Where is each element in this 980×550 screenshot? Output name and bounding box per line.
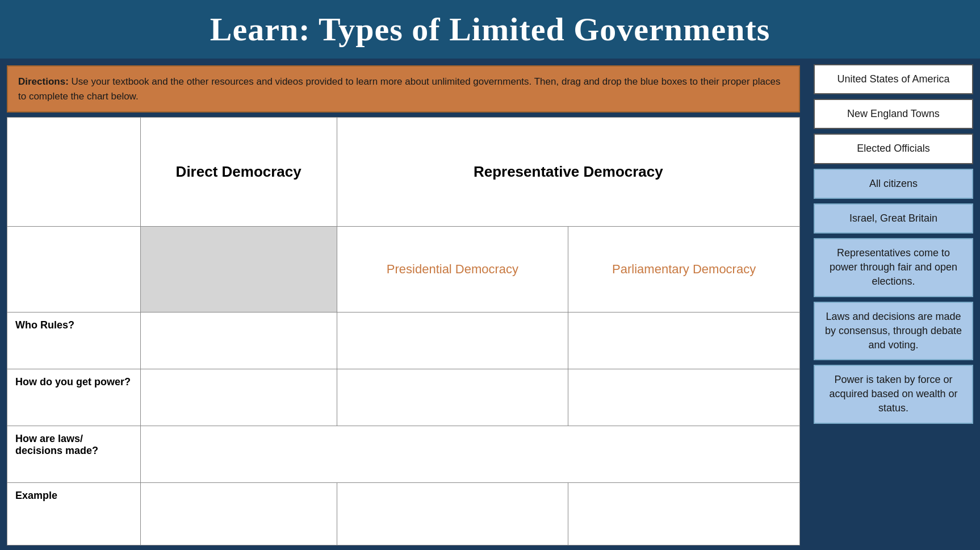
drag-item-united-states-text: United States of America [837, 73, 949, 85]
directions-box: Directions: Use your textbook and the ot… [7, 65, 800, 113]
how-power-label: How do you get power? [7, 369, 141, 426]
sidebar: United States of America New England Tow… [807, 59, 980, 550]
example-pres[interactable] [337, 483, 568, 545]
header-rep-cell: Representative Democracy [337, 118, 799, 227]
slide-container: Learn: Types of Limited Governments Dire… [0, 0, 980, 550]
who-rules-pres[interactable] [337, 312, 568, 369]
subheader-empty [7, 227, 141, 312]
rep-democracy-label: Representative Democracy [474, 163, 663, 180]
main-table: Direct Democracy Representative Democrac… [7, 117, 800, 545]
who-rules-row: Who Rules? [7, 312, 800, 369]
who-rules-label: Who Rules? [7, 312, 141, 369]
subheader-pres-cell: Presidential Democracy [337, 227, 568, 312]
directions-text: Use your textbook and the other resource… [18, 76, 781, 102]
direct-democracy-label: Direct Democracy [176, 163, 301, 180]
drag-item-new-england-text: New England Towns [847, 108, 940, 119]
table-wrapper: Direct Democracy Representative Democrac… [7, 117, 800, 545]
example-label: Example [7, 483, 141, 545]
how-power-direct[interactable] [140, 369, 337, 426]
drag-item-elected-officials[interactable]: Elected Officials [814, 134, 973, 164]
how-laws-row: How are laws/ decisions made? [7, 426, 800, 483]
drag-item-power-taken-text: Power is taken by force or acquired base… [829, 374, 957, 414]
drag-item-all-citizens-text: All citizens [869, 178, 918, 189]
drag-item-new-england[interactable]: New England Towns [814, 99, 973, 129]
drag-item-israel-great-britain-text: Israel, Great Britain [849, 213, 937, 224]
example-direct[interactable] [140, 483, 337, 545]
subheader-direct [140, 227, 337, 312]
drag-item-israel-great-britain[interactable]: Israel, Great Britain [814, 203, 973, 234]
how-power-row: How do you get power? [7, 369, 800, 426]
subheader-row: Presidential Democracy Parliamentary Dem… [7, 227, 800, 312]
main-content: Directions: Use your textbook and the ot… [0, 59, 807, 550]
how-laws-label: How are laws/ decisions made? [7, 426, 141, 483]
drag-item-laws-decisions-text: Laws and decisions are made by consensus… [825, 311, 962, 351]
how-power-parl[interactable] [568, 369, 800, 426]
drag-item-power-taken[interactable]: Power is taken by force or acquired base… [814, 365, 973, 424]
who-rules-direct[interactable] [140, 312, 337, 369]
header-row: Direct Democracy Representative Democrac… [7, 118, 800, 227]
drag-item-elected-officials-text: Elected Officials [857, 143, 930, 154]
page-title: Learn: Types of Limited Governments [11, 10, 969, 48]
who-rules-parl[interactable] [568, 312, 800, 369]
how-power-pres[interactable] [337, 369, 568, 426]
directions-label: Directions: [18, 76, 69, 87]
drag-item-united-states[interactable]: United States of America [814, 64, 973, 94]
how-laws-combined[interactable] [140, 426, 799, 483]
drag-item-representatives-come[interactable]: Representatives come to power through fa… [814, 238, 973, 297]
subheader-parl-cell: Parliamentary Democracy [568, 227, 800, 312]
example-parl[interactable] [568, 483, 800, 545]
drag-item-representatives-come-text: Representatives come to power through fa… [830, 247, 957, 287]
header-direct-cell: Direct Democracy [140, 118, 337, 227]
parliamentary-democracy-link[interactable]: Parliamentary Democracy [612, 262, 756, 276]
slide-header: Learn: Types of Limited Governments [0, 0, 980, 59]
drag-item-laws-decisions[interactable]: Laws and decisions are made by consensus… [814, 302, 973, 361]
slide-body: Directions: Use your textbook and the ot… [0, 59, 980, 550]
example-row: Example [7, 483, 800, 545]
presidential-democracy-link[interactable]: Presidential Democracy [387, 262, 518, 276]
drag-item-all-citizens[interactable]: All citizens [814, 169, 973, 199]
header-label-cell [7, 118, 141, 227]
